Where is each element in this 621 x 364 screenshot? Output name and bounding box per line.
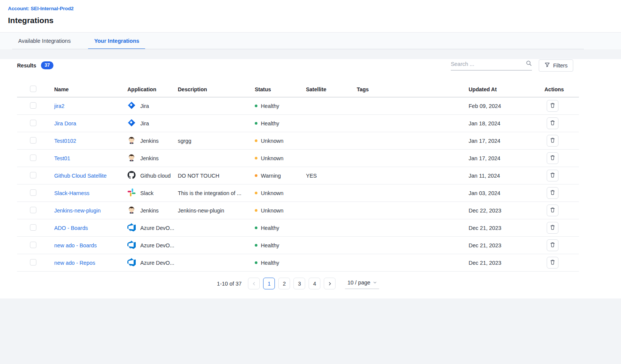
status-dot bbox=[255, 244, 257, 247]
account-breadcrumb-link[interactable]: Account: SEI-Internal-Prod2 bbox=[8, 6, 74, 12]
column-header-actions: Actions bbox=[544, 86, 579, 92]
status-label: Unknown bbox=[261, 190, 284, 196]
integration-name-link[interactable]: Test0102 bbox=[54, 138, 76, 144]
status-dot bbox=[255, 192, 257, 194]
row-checkbox[interactable] bbox=[30, 120, 36, 126]
page-size-label: 10 / page bbox=[347, 280, 370, 286]
delete-integration-button[interactable] bbox=[547, 239, 558, 251]
updated-at-cell: Jan 17, 2024 bbox=[469, 138, 544, 144]
trash-icon bbox=[550, 155, 555, 162]
jenkins-logo-icon bbox=[127, 206, 136, 215]
select-all-checkbox[interactable] bbox=[30, 86, 36, 92]
integrations-table: Name Application Description Status Sate… bbox=[17, 82, 579, 272]
integration-name-link[interactable]: Slack-Harness bbox=[54, 190, 89, 196]
updated-at-cell: Dec 21, 2023 bbox=[469, 242, 544, 248]
integration-name-link[interactable]: ADO - Boards bbox=[54, 225, 88, 231]
results-label: Results bbox=[17, 62, 36, 69]
delete-integration-button[interactable] bbox=[547, 135, 558, 147]
updated-at-cell: Feb 09, 2024 bbox=[469, 103, 544, 109]
status-dot bbox=[255, 174, 257, 177]
status-dot bbox=[255, 209, 257, 212]
row-checkbox[interactable] bbox=[30, 137, 36, 144]
azure-devops-logo-icon bbox=[127, 241, 136, 250]
pagination: 1-10 of 37 1234 10 / page bbox=[17, 278, 579, 289]
delete-integration-button[interactable] bbox=[547, 222, 558, 234]
delete-integration-button[interactable] bbox=[547, 170, 558, 181]
description-cell: Jenkins-new-plugin bbox=[178, 208, 255, 214]
table-row: jira2 Jira Healthy Feb 09, 2024 bbox=[17, 97, 579, 115]
trash-icon bbox=[550, 259, 555, 266]
status-dot bbox=[255, 157, 257, 159]
row-checkbox[interactable] bbox=[30, 224, 36, 231]
delete-integration-button[interactable] bbox=[547, 100, 558, 112]
application-label: Github cloud bbox=[140, 173, 171, 179]
integration-name-link[interactable]: Test01 bbox=[54, 155, 70, 161]
integration-name-link[interactable]: new ado - Boards bbox=[54, 242, 97, 248]
updated-at-cell: Jan 18, 2024 bbox=[469, 120, 544, 127]
updated-at-cell: Dec 22, 2023 bbox=[469, 208, 544, 214]
search-input[interactable] bbox=[451, 61, 526, 67]
next-page-button[interactable] bbox=[324, 278, 336, 289]
delete-integration-button[interactable] bbox=[547, 257, 558, 269]
page-button-4[interactable]: 4 bbox=[309, 278, 320, 289]
column-header-status: Status bbox=[255, 86, 306, 92]
pagination-range-label: 1-10 of 37 bbox=[217, 281, 242, 287]
delete-integration-button[interactable] bbox=[547, 117, 558, 129]
row-checkbox[interactable] bbox=[30, 172, 36, 178]
application-label: Jira bbox=[140, 103, 149, 109]
integration-name-link[interactable]: Jira Dora bbox=[54, 120, 76, 127]
row-checkbox[interactable] bbox=[30, 102, 36, 109]
table-row: Jira Dora Jira Healthy Jan 18, 2024 bbox=[17, 115, 579, 132]
trash-icon bbox=[550, 207, 555, 214]
jira-logo-icon bbox=[127, 101, 136, 111]
status-dot bbox=[255, 139, 257, 142]
updated-at-cell: Jan 11, 2024 bbox=[469, 173, 544, 179]
row-checkbox[interactable] bbox=[30, 155, 36, 161]
application-label: Jenkins bbox=[140, 208, 158, 214]
tab-strip: Available Integrations Your Integrations bbox=[0, 33, 621, 49]
delete-integration-button[interactable] bbox=[547, 187, 558, 199]
row-checkbox[interactable] bbox=[30, 207, 36, 213]
column-header-updated-at: Updated At bbox=[469, 86, 544, 92]
previous-page-button[interactable] bbox=[248, 278, 260, 289]
application-label: Jira bbox=[140, 120, 149, 127]
tab-baseline-divider bbox=[12, 49, 584, 49]
row-checkbox[interactable] bbox=[30, 242, 36, 248]
status-dot bbox=[255, 105, 257, 107]
top-header: Account: SEI-Internal-Prod2 Integrations bbox=[0, 0, 621, 33]
page-button-1[interactable]: 1 bbox=[263, 278, 275, 289]
jira-logo-icon bbox=[127, 119, 136, 128]
integration-name-link[interactable]: jira2 bbox=[54, 103, 64, 109]
search-icon bbox=[526, 60, 532, 68]
integration-name-link[interactable]: new ado - Repos bbox=[54, 260, 95, 266]
column-header-tags: Tags bbox=[357, 86, 469, 92]
status-label: Healthy bbox=[261, 260, 279, 266]
azure-devops-logo-icon bbox=[127, 258, 136, 267]
status-label: Unknown bbox=[261, 155, 284, 161]
column-header-description: Description bbox=[178, 86, 255, 92]
tab-your-integrations[interactable]: Your Integrations bbox=[88, 33, 145, 49]
row-checkbox[interactable] bbox=[30, 189, 36, 196]
delete-integration-button[interactable] bbox=[547, 152, 558, 164]
filters-button[interactable]: Filters bbox=[539, 59, 573, 72]
column-header-name: Name bbox=[54, 86, 127, 92]
application-label: Azure DevO... bbox=[140, 260, 174, 266]
chevron-left-icon bbox=[252, 281, 256, 286]
row-checkbox[interactable] bbox=[30, 259, 36, 266]
tab-available-integrations[interactable]: Available Integrations bbox=[12, 33, 77, 49]
page-button-2[interactable]: 2 bbox=[278, 278, 290, 289]
delete-integration-button[interactable] bbox=[547, 205, 558, 216]
azure-devops-logo-icon bbox=[127, 223, 136, 233]
integration-name-link[interactable]: Jenkins-new-plugin bbox=[54, 208, 100, 214]
status-dot bbox=[255, 122, 257, 125]
integration-name-link[interactable]: Github Cloud Satellite bbox=[54, 173, 107, 179]
page-button-3[interactable]: 3 bbox=[293, 278, 305, 289]
updated-at-cell: Dec 21, 2023 bbox=[469, 260, 544, 266]
page-title: Integrations bbox=[8, 16, 613, 25]
trash-icon bbox=[550, 102, 555, 109]
table-row: Github Cloud Satellite Github cloud DO N… bbox=[17, 167, 579, 184]
status-label: Healthy bbox=[261, 225, 279, 231]
table-row: Slack-Harness Slack This is the integrat… bbox=[17, 184, 579, 202]
trash-icon bbox=[550, 189, 555, 197]
page-size-select[interactable]: 10 / page bbox=[345, 278, 379, 289]
